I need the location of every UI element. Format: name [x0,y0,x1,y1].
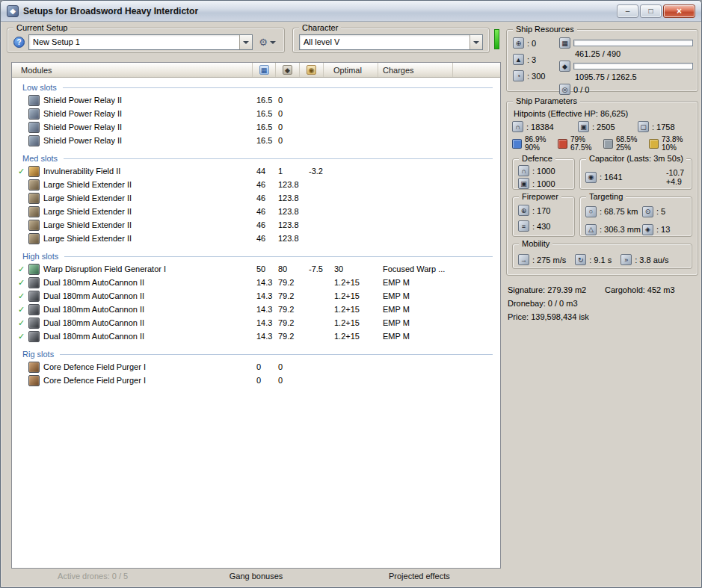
sensor-strength: ◈ : 13 [642,223,687,236]
close-button[interactable]: × [663,4,695,18]
max-velocity: → : 275 m/s [518,251,566,268]
module-row[interactable]: Shield Power Relay II16.50 [12,134,500,147]
module-row[interactable]: ✓Dual 180mm AutoCannon II14.379.21.2+15E… [12,289,500,303]
column-modules[interactable]: Modules [12,63,253,77]
large-shield-extender-icon [28,193,40,204]
dps-row: ≡ : 430 [518,220,571,232]
explosive-resist-icon [649,139,659,149]
window-body: Current Setup ? New Setup 1 ⚙ Character … [1,22,701,587]
setup-tools-button[interactable]: ⚙ [256,36,278,49]
dronebay-value: Dronebay: 0 / 0 m3 [508,299,698,308]
module-row[interactable]: Large Shield Extender II46123.8 [12,232,500,245]
kinetic-shield-resist: 68.5% [616,135,637,143]
module-cpu-value: 16.5 [253,136,276,145]
module-row[interactable]: ✓Warp Disruption Field Generator I5080-7… [12,262,500,276]
module-row[interactable]: Shield Power Relay II16.50 [12,107,500,120]
defence-shield-icon: ∩ [518,165,529,176]
character-select[interactable]: All level V [299,34,483,50]
module-row[interactable]: ✓Dual 180mm AutoCannon II14.379.21.2+15E… [12,303,500,316]
ship-summary: Signature: 279.39 m2 Cargohold: 452 m3 D… [506,285,698,321]
module-name-cell: ✓Dual 180mm AutoCannon II [12,318,253,329]
explosive-armor-resist: 10% [662,143,683,152]
module-name: Dual 180mm AutoCannon II [43,291,144,300]
defence-tank-row: ▣ : 1000 [518,178,571,189]
explosive-resist: 73.8% 10% [649,135,692,152]
column-optimal[interactable]: Optimal [324,63,378,77]
module-powergrid-value: 123.8 [276,234,300,243]
module-charge-value: EMP M [378,318,453,327]
module-name-cell: Shield Power Relay II [12,135,253,146]
warp-speed: » : 3.8 au/s [621,251,668,268]
help-icon[interactable]: ? [13,37,25,48]
shield-power-relay-icon [28,135,40,146]
module-row[interactable]: Core Defence Field Purger I00 [12,360,500,374]
module-name-cell: ✓Warp Disruption Field Generator I [12,264,253,275]
kinetic-armor-resist: 25% [616,143,637,152]
module-active-check-icon: ✓ [16,291,27,301]
module-cpu-value: 14.3 [253,318,276,327]
module-cpu-value: 50 [253,264,276,273]
module-cap-value: -7.5 [300,264,324,273]
module-row[interactable]: ✓Dual 180mm AutoCannon II14.379.21.2+15E… [12,329,500,343]
volley-icon: ⊕ [518,205,529,216]
signature-value: Signature: 279.39 m2 [508,285,605,294]
module-cpu-value: 14.3 [253,278,276,287]
module-row[interactable]: Large Shield Extender II46123.8 [12,178,500,191]
module-name-cell: Core Defence Field Purger I [12,375,253,386]
module-row[interactable]: Shield Power Relay II16.50 [12,93,500,107]
ship-resources-label: Ship Resources [513,24,577,34]
launcher-hardpoint-icon: ▲ [513,54,524,65]
module-name-cell: ✓Dual 180mm AutoCannon II [12,331,253,342]
titlebar[interactable]: ◆ Setups for Broadsword Heavy Interdicto… [1,1,701,22]
cpu-gauge-text: 461.25 / 490 [559,49,693,61]
column-cpu[interactable]: ▦ [253,63,276,77]
armor-hp: ▣ : 2505 [578,121,638,132]
defence-group: Defence ∩ : 1000 ▣ : 1000 [512,158,575,190]
app-icon: ◆ [7,5,19,17]
rig-purger-icon [28,375,40,386]
module-cpu-value: 46 [253,194,276,202]
module-powergrid-value: 123.8 [276,194,300,202]
capacitor-drain-value: -10.7 [666,168,684,177]
module-row[interactable]: Large Shield Extender II46123.8 [12,205,500,218]
align-time-icon: ↻ [575,254,586,265]
price-value: Price: 139,598,434 isk [508,312,698,321]
module-powergrid-value: 0 [276,96,300,105]
column-charges[interactable]: Charges [378,63,453,77]
module-row[interactable]: Large Shield Extender II46123.8 [12,191,500,205]
setup-select[interactable]: New Setup 1 [28,34,253,50]
module-name-cell: ✓Invulnerability Field II [12,166,253,177]
module-row[interactable]: ✓Dual 180mm AutoCannon II14.379.21.2+15E… [12,276,500,289]
max-targets-value: : 5 [656,207,665,216]
module-row[interactable]: Core Defence Field Purger I00 [12,374,500,387]
ship-parameters-group: Ship Parameters Hitpoints (Effective HP:… [506,101,698,276]
hardpoints-column: ⊕ : 0 ▲ : 3 ◔ : 300 [513,37,555,95]
module-row[interactable]: Shield Power Relay II16.50 [12,120,500,134]
powergrid-bar [573,63,693,69]
module-row[interactable]: ✓Dual 180mm AutoCannon II14.379.21.2+15E… [12,316,500,329]
module-active-check-icon: ✓ [16,278,27,288]
active-drones-panel[interactable]: Active drones: 0 / 5 [11,572,174,584]
module-name: Shield Power Relay II [43,136,122,145]
module-row[interactable]: Large Shield Extender II46123.8 [12,218,500,232]
setup-select-dropdown[interactable] [239,35,252,49]
column-powergrid[interactable]: ◆ [276,63,300,77]
column-capacitor[interactable]: ◉ [300,63,324,77]
maximize-button[interactable]: □ [640,4,662,18]
projected-effects-panel[interactable]: Projected effects [338,572,501,584]
window-title: Setups for Broadsword Heavy Interdictor [23,6,617,16]
slot-group-title: Med slots [22,154,58,163]
align-time-value: : 9.1 s [589,256,612,264]
module-cpu-value: 0 [253,362,276,371]
character-select-dropdown[interactable] [469,35,482,49]
large-shield-extender-icon [28,179,40,191]
slot-group-rule [60,354,493,355]
module-powergrid-value: 123.8 [276,207,300,216]
module-active-check-icon: ✓ [16,332,27,341]
minimize-button[interactable]: – [617,4,638,18]
module-row[interactable]: ✓Invulnerability Field II441-3.2 [12,164,500,178]
armor-hp-icon: ▣ [578,121,589,132]
slot-group-rule [64,158,493,159]
module-powergrid-value: 79.2 [276,278,300,287]
gang-bonuses-panel[interactable]: Gang bonuses [174,572,337,584]
